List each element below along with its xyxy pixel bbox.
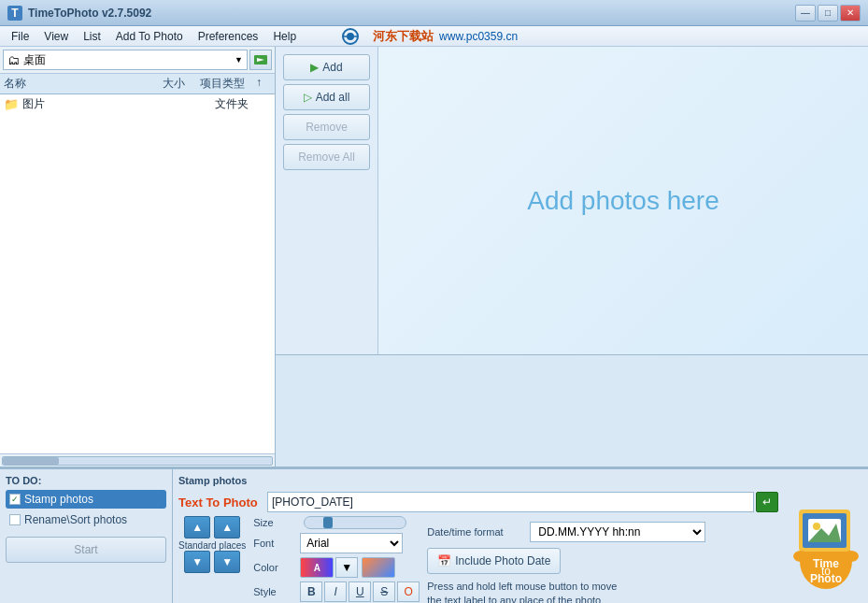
datetime-section: Date/time format DD.MM.YYYY hh:nn MM/DD/… — [421, 516, 711, 603]
add-all-button[interactable]: ▷ Add all — [283, 84, 370, 110]
remove-all-label: Remove All — [298, 151, 355, 164]
horizontal-scrollbar[interactable] — [0, 453, 275, 467]
menu-view[interactable]: View — [36, 28, 76, 45]
photo-area: Add photos here — [378, 47, 868, 354]
menu-preferences[interactable]: Preferences — [191, 28, 266, 45]
file-list: 📁 图片 文件夹 — [0, 94, 275, 453]
col-header-type: 项目类型 — [200, 76, 256, 92]
todo-item-rename[interactable]: Rename\Sort photos — [6, 510, 166, 529]
arrow-up-right-button[interactable]: ▲ — [214, 516, 240, 538]
folder-item-icon: 📁 — [4, 97, 19, 111]
color-dropdown[interactable]: ▼ — [335, 557, 358, 578]
style-underline-button[interactable]: U — [349, 581, 371, 602]
bottom-panel: TO DO: ✓ Stamp photos Rename\Sort photos… — [0, 467, 868, 603]
remove-all-button[interactable]: Remove All — [283, 144, 370, 170]
scrollbar-thumb[interactable] — [3, 457, 59, 465]
size-slider[interactable] — [304, 516, 406, 529]
datetime-format-row: Date/time format DD.MM.YYYY hh:nn MM/DD/… — [427, 522, 705, 542]
window-title: TimeToPhoto v2.7.5092 — [28, 7, 795, 20]
col-header-name: 名称 — [4, 76, 163, 92]
arrow-row-top: ▲ ▲ — [184, 516, 240, 538]
folder-icon: 🗂 — [7, 53, 20, 67]
font-select[interactable]: Arial Times New Roman Verdana — [300, 533, 403, 553]
app-icon: T — [7, 6, 22, 21]
text-to-photo-input[interactable] — [267, 492, 754, 512]
file-item-type: 文件夹 — [215, 96, 271, 112]
datetime-format-select[interactable]: DD.MM.YYYY hh:nn MM/DD/YYYY YYYY-MM-DD — [530, 522, 705, 542]
color-button[interactable]: A — [300, 557, 334, 578]
left-panel: 🗂 桌面 ▼ 名称 大小 项目类型 ↑ 📁 图片 文件 — [0, 47, 276, 467]
menu-list[interactable]: List — [76, 28, 108, 45]
todo-title: TO DO: — [6, 475, 166, 486]
style-italic-button[interactable]: I — [324, 581, 347, 602]
enter-button[interactable]: ↵ — [756, 492, 778, 512]
color-row: Color A ▼ — [253, 557, 421, 578]
minimize-button[interactable]: — — [795, 5, 816, 22]
arrow-down-left-button[interactable]: ▼ — [184, 551, 210, 573]
text-to-photo-row: Text To Photo ↵ — [178, 492, 778, 512]
title-bar: T TimeToPhoto v2.7.5092 — □ ✕ — [0, 0, 868, 26]
watermark-site-name: 河东下载站 — [373, 28, 434, 45]
up-icon: ▲ — [192, 521, 203, 534]
enter-icon: ↵ — [762, 495, 772, 509]
window-controls: — □ ✕ — [795, 5, 861, 22]
watermark: 河东下载站 www.pc0359.cn — [332, 28, 518, 45]
dropdown-arrow-icon: ▼ — [235, 55, 243, 65]
include-date-row: 📅 Include Photo Date — [427, 548, 705, 574]
svg-text:Photo: Photo — [810, 572, 842, 585]
right-toolbar: ▶ Add ▷ Add all Remove Remove All — [276, 47, 378, 354]
svg-point-13 — [793, 551, 808, 562]
remove-button[interactable]: Remove — [283, 114, 370, 140]
folder-go-button[interactable] — [249, 50, 272, 70]
menu-bar: File View List Add To Photo Preferences … — [0, 26, 868, 47]
right-panel: ▶ Add ▷ Add all Remove Remove All Add ph… — [276, 47, 868, 467]
todo-section: TO DO: ✓ Stamp photos Rename\Sort photos… — [0, 469, 173, 603]
folder-name: 桌面 — [23, 52, 46, 68]
start-button[interactable]: Start — [6, 537, 166, 563]
mascot-icon: Time to Photo — [791, 500, 861, 594]
color-picker-button[interactable] — [362, 557, 395, 578]
svg-point-11 — [813, 523, 820, 530]
add-label: Add — [322, 61, 342, 74]
add-all-icon: ▷ — [304, 91, 312, 104]
style-outline-button[interactable]: O — [397, 581, 420, 602]
close-button[interactable]: ✕ — [840, 5, 861, 22]
up-icon2: ▲ — [221, 521, 233, 534]
size-row: Size — [253, 516, 421, 529]
menu-add-to-photo[interactable]: Add To Photo — [108, 28, 191, 45]
col-header-size: 大小 — [163, 76, 200, 92]
include-photo-date-button[interactable]: 📅 Include Photo Date — [427, 548, 561, 574]
down-icon: ▼ — [192, 555, 203, 568]
stamp-checkbox[interactable]: ✓ — [9, 494, 21, 505]
color-a-label: A — [314, 563, 320, 573]
arrow-down-right-button[interactable]: ▼ — [214, 551, 240, 573]
folder-bar: 🗂 桌面 ▼ — [0, 47, 275, 74]
text-to-photo-label: Text To Photo — [178, 495, 267, 510]
mascot-area: Time to Photo — [784, 469, 868, 603]
scrollbar-track[interactable] — [2, 456, 273, 466]
font-label: Font — [253, 538, 300, 549]
menu-help[interactable]: Help — [265, 28, 304, 45]
include-date-label: Include Photo Date — [455, 554, 550, 567]
add-all-label: Add all — [316, 91, 350, 104]
calendar-icon: 📅 — [437, 554, 451, 567]
size-label: Size — [253, 517, 300, 528]
arrow-up-left-button[interactable]: ▲ — [184, 516, 210, 538]
standard-places-label: Standard places — [178, 540, 246, 551]
watermark-url: www.pc0359.cn — [439, 30, 518, 43]
menu-file[interactable]: File — [4, 28, 36, 45]
style-row: Style B I U S O — [253, 581, 421, 602]
folder-dropdown[interactable]: 🗂 桌面 ▼ — [3, 50, 248, 70]
rename-checkbox[interactable] — [9, 514, 21, 525]
style-bold-button[interactable]: B — [300, 581, 322, 602]
svg-point-14 — [844, 551, 859, 562]
list-item[interactable]: 📁 图片 文件夹 — [0, 94, 275, 114]
down-icon2: ▼ — [221, 555, 233, 568]
add-button[interactable]: ▶ Add — [283, 54, 370, 80]
style-strikethrough-button[interactable]: S — [373, 581, 395, 602]
maximize-button[interactable]: □ — [818, 5, 838, 22]
add-icon: ▶ — [310, 61, 319, 74]
preview-bottom — [276, 354, 868, 467]
stamp-section: Stamp photos Text To Photo ↵ ▲ ▲ St — [173, 469, 784, 603]
todo-item-stamp[interactable]: ✓ Stamp photos — [6, 490, 166, 509]
